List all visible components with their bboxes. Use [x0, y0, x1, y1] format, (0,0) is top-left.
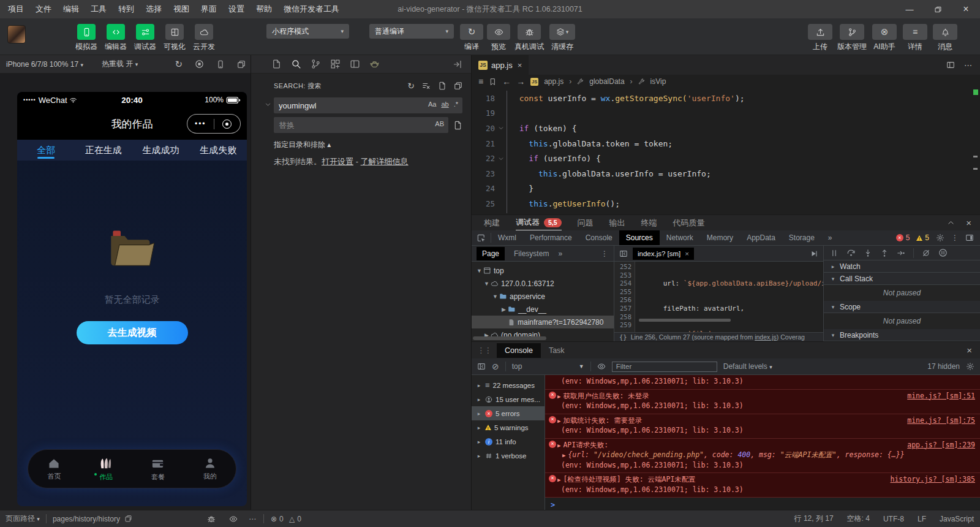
fold-icon[interactable] — [498, 156, 504, 162]
filter-verbose[interactable]: ▸1 verbose — [472, 449, 545, 463]
more-menu-button[interactable]: ••• — [187, 119, 214, 128]
filter-user-messages[interactable]: ▸15 user mes... — [472, 392, 545, 406]
menu-goto[interactable]: 转到 — [118, 4, 134, 15]
compile-button[interactable]: ↻ 编译 — [458, 24, 485, 52]
encoding[interactable]: UTF-8 — [883, 515, 904, 523]
search-icon[interactable] — [291, 59, 301, 69]
devtools-tab-network[interactable]: Network — [660, 230, 700, 245]
nav-forward-icon[interactable]: → — [516, 77, 525, 86]
close-miniprogram-button[interactable] — [214, 119, 241, 129]
filter-info[interactable]: ▸i11 info — [472, 434, 545, 449]
close-panel-icon[interactable]: × — [966, 218, 971, 228]
source-link[interactable]: app.js? [sm]:239 — [900, 441, 975, 450]
multi-window-icon[interactable] — [237, 60, 246, 69]
source-link[interactable]: history.js? [sm]:385 — [883, 475, 975, 485]
close-button[interactable]: × — [952, 0, 980, 18]
devtools-tab-console[interactable]: Console — [579, 230, 619, 245]
editor-toggle-button[interactable]: 编辑器 — [101, 24, 130, 52]
expand-icon[interactable]: ▶ — [557, 417, 560, 427]
step-over-icon[interactable] — [846, 248, 856, 257]
tabbar-home[interactable]: 首页 — [28, 450, 80, 488]
replace-all-icon[interactable] — [453, 121, 462, 130]
tabbar-mine[interactable]: 我的 — [184, 450, 236, 488]
preserve-case-toggle[interactable]: AB — [435, 120, 444, 127]
breakpoints-section[interactable]: ▾Breakpoints — [824, 329, 980, 341]
open-in-editor-icon[interactable] — [438, 82, 447, 90]
close-tab-icon[interactable]: × — [685, 250, 689, 257]
learn-more-link[interactable]: 了解详细信息 — [361, 157, 409, 166]
collapse-sidebar-icon[interactable] — [619, 249, 628, 258]
page-path-select[interactable]: 页面路径 ▾ — [6, 514, 40, 524]
clear-results-icon[interactable] — [422, 82, 431, 90]
messages-button[interactable]: 消息 — [931, 24, 959, 52]
console-error-row[interactable]: ×▶获取用户信息失败: 未登录mine.js? [sm]:51 (env: Wi… — [545, 390, 980, 414]
eol-setting[interactable]: LF — [918, 515, 926, 523]
menu-project[interactable]: 项目 — [8, 4, 24, 15]
breadcrumb-file[interactable]: app.js — [544, 77, 564, 86]
tab-problems[interactable]: 问题 — [578, 215, 594, 230]
source-control-icon[interactable] — [311, 59, 321, 69]
nav-back-icon[interactable]: ← — [502, 77, 511, 86]
maximize-button[interactable] — [924, 0, 952, 18]
menu-tools[interactable]: 工具 — [91, 4, 107, 15]
error-count[interactable]: ×5 — [896, 233, 910, 242]
close-tab-icon[interactable]: × — [518, 61, 522, 70]
scrollbar[interactable] — [473, 336, 546, 340]
fold-icon[interactable] — [498, 125, 504, 131]
source-link[interactable]: mine.js? [sm]:51 — [900, 392, 975, 401]
tree-item-top[interactable]: ▼top — [472, 264, 614, 277]
console-error-row[interactable]: ×▶[检查待处理视频] 失败: 云端API未配置history.js? [sm]… — [545, 473, 980, 498]
pause-icon[interactable] — [830, 249, 839, 257]
call-stack-section[interactable]: ▾Call Stack — [824, 273, 980, 285]
tabbar-packages[interactable]: 套餐 — [132, 450, 184, 488]
tree-item-dev[interactable]: ▶__dev__ — [472, 303, 614, 316]
open-settings-link[interactable]: 打开设置 — [322, 157, 353, 166]
regex-toggle[interactable]: .* — [454, 100, 458, 108]
sources-code[interactable]: 252253254255256257258259 url: `${app.glo… — [614, 262, 823, 332]
tab-generating[interactable]: 正在生成 — [75, 140, 132, 161]
restart-icon[interactable]: ↻ — [175, 59, 183, 70]
watch-section[interactable]: ▸Watch — [824, 260, 980, 273]
ai-assistant-button[interactable]: ⊗ AI助手 — [870, 24, 899, 52]
navigator-tab-page[interactable]: Page — [477, 247, 505, 260]
menu-interface[interactable]: 界面 — [201, 4, 217, 15]
step-into-icon[interactable] — [864, 249, 872, 257]
console-prompt[interactable]: > — [545, 498, 980, 510]
console-filter-input[interactable] — [612, 362, 717, 372]
breadcrumb-symbol[interactable]: globalData — [589, 77, 624, 86]
debugger-toggle-button[interactable]: 调试器 — [130, 24, 160, 52]
problems-indicator[interactable]: ⊗0 — [271, 515, 284, 523]
whole-word-toggle[interactable]: ab — [441, 100, 448, 108]
drag-handle-icon[interactable]: ⋮⋮ — [472, 346, 497, 355]
phone-frame-icon[interactable] — [216, 60, 225, 69]
tab-indexjs[interactable]: index.js? [sm]× — [633, 248, 694, 260]
mapped-file-link[interactable]: index.js — [755, 333, 777, 341]
console-error-row[interactable]: (env: Windows,mp,1.06.2310071; lib: 3.10… — [545, 375, 980, 390]
visualizer-toggle-button[interactable]: 可视化 — [160, 24, 189, 52]
more-tabs-icon[interactable]: » — [821, 230, 839, 245]
inspect-icon[interactable] — [477, 233, 486, 243]
filter-errors[interactable]: ▸×5 errors — [472, 406, 545, 420]
bookmark-icon[interactable] — [489, 78, 497, 86]
details-button[interactable]: ≡ 详情 — [901, 24, 929, 52]
live-expression-eye-icon[interactable] — [597, 362, 606, 371]
pause-on-exceptions-icon[interactable] — [938, 248, 948, 257]
tab-code-quality[interactable]: 代码质量 — [673, 215, 705, 230]
devtools-tab-memory[interactable]: Memory — [700, 230, 740, 245]
menu-help[interactable]: 帮助 — [256, 4, 272, 15]
tab-build[interactable]: 构建 — [484, 215, 500, 230]
tabbar-works[interactable]: 作品 — [80, 450, 132, 488]
split-editor-icon[interactable] — [946, 61, 955, 69]
upload-button[interactable]: 上传 — [806, 24, 834, 52]
task-tab[interactable]: Task — [541, 343, 573, 358]
collapse-panel-icon[interactable] — [453, 59, 462, 69]
generate-video-button[interactable]: 去生成视频 — [77, 321, 188, 344]
tab-output[interactable]: 输出 — [609, 215, 625, 230]
match-case-toggle[interactable]: Aa — [428, 100, 436, 108]
menu-settings[interactable]: 设置 — [228, 4, 244, 15]
devtools-tab-sources[interactable]: Sources — [619, 230, 660, 245]
editor-scrollbar[interactable] — [973, 89, 979, 212]
more-actions-icon[interactable]: ⋯ — [964, 61, 972, 70]
preview-status-icon[interactable] — [229, 515, 238, 523]
cloud-dev-button[interactable]: 云开发 — [189, 24, 219, 52]
